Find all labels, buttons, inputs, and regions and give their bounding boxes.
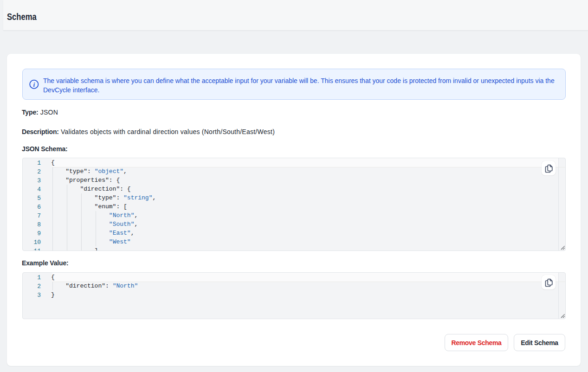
svg-text:i: i (33, 81, 35, 88)
